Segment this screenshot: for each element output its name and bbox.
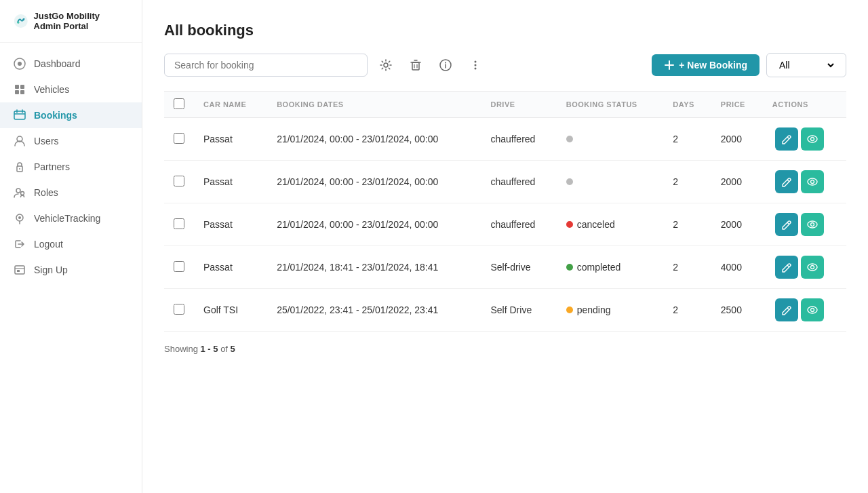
status-dot-1 [566,178,573,185]
edit-button-1[interactable] [775,170,798,193]
row-checkbox-0[interactable] [174,133,184,144]
svg-point-15 [19,168,20,170]
view-button-0[interactable] [801,127,824,151]
row-price: 2000 [711,161,763,203]
signup-icon [14,264,26,276]
settings-button[interactable] [374,54,397,77]
page-title: All bookings [164,22,846,39]
view-button-3[interactable] [801,256,824,279]
view-button-2[interactable] [801,213,824,236]
row-days: 2 [663,203,711,246]
status-label-4: pending [577,304,611,315]
vehicletracking-icon [14,212,26,224]
svg-point-1 [17,22,19,24]
sidebar-item-vehicles-label: Vehicles [34,84,69,95]
row-status: completed [557,246,664,289]
row-drive: chauffered [481,203,556,246]
settings-icon [379,58,393,72]
row-booking-dates: 25/01/2022, 23:41 - 25/01/2022, 23:41 [267,289,481,332]
logout-icon [14,238,26,250]
sidebar-item-bookings[interactable]: Bookings [0,102,142,128]
edit-button-3[interactable] [775,256,798,279]
svg-line-50 [787,308,789,310]
view-button-4[interactable] [801,298,824,321]
row-checkbox-cell [164,118,194,161]
svg-rect-25 [412,62,419,70]
sidebar-item-dashboard[interactable]: Dashboard [0,51,142,77]
svg-point-32 [445,62,446,64]
row-price: 4000 [711,246,763,289]
roles-icon [14,186,26,199]
svg-line-47 [787,265,789,267]
edit-button-2[interactable] [775,213,798,236]
svg-point-46 [810,223,814,226]
sidebar-item-roles[interactable]: Roles [0,180,142,205]
logo-icon [14,12,28,31]
view-button-1[interactable] [801,170,824,193]
col-actions: ACTIONS [763,92,846,118]
sidebar-item-signup[interactable]: Sign Up [0,257,142,283]
row-days: 2 [663,118,711,161]
edit-button-0[interactable] [775,127,798,151]
row-checkbox-1[interactable] [174,176,184,186]
pagination-of: of [220,344,230,354]
new-booking-button[interactable]: + New Booking [652,54,760,76]
col-booking-status: BOOKING STATUS [557,92,664,118]
status-label-2: canceled [577,219,615,230]
table-body: Passat 21/01/2024, 00:00 - 23/01/2024, 0… [164,118,846,332]
sidebar-item-logout[interactable]: Logout [0,231,142,257]
search-input[interactable] [164,54,368,77]
row-days: 2 [663,289,711,332]
status-label-3: completed [577,262,621,273]
sidebar-item-vehicletracking[interactable]: VehicleTracking [0,205,142,231]
info-button[interactable] [434,54,457,77]
edit-icon [781,262,791,273]
table-row: Passat 21/01/2024, 00:00 - 23/01/2024, 0… [164,161,846,203]
svg-point-51 [808,307,817,313]
row-price: 2500 [711,289,763,332]
pagination-showing: Showing [164,344,200,354]
svg-point-40 [810,138,814,141]
app-name: JustGo Mobility Admin Portal [34,11,128,31]
sidebar-item-users-label: Users [34,136,59,146]
delete-button[interactable] [404,54,427,77]
bookings-table: CAR NAME BOOKING DATES DRIVE BOOKING STA… [164,91,846,332]
col-price: PRICE [711,92,763,118]
table-row: Passat 21/01/2024, 00:00 - 23/01/2024, 0… [164,203,846,246]
svg-rect-23 [17,270,20,272]
filter-dropdown[interactable]: All Active Completed Cancelled Pending [766,53,846,77]
sidebar-item-users[interactable]: Users [0,128,142,154]
edit-icon [781,134,791,144]
bookings-icon [14,109,26,121]
select-all-checkbox[interactable] [174,98,184,109]
row-checkbox-3[interactable] [174,261,184,272]
col-checkbox [164,92,194,118]
col-drive: DRIVE [481,92,556,118]
row-booking-dates: 21/01/2024, 00:00 - 23/01/2024, 00:00 [267,118,481,161]
row-price: 2000 [711,118,763,161]
row-status [557,118,664,161]
sidebar-item-partners[interactable]: Partners [0,154,142,180]
svg-rect-7 [15,90,19,94]
svg-point-35 [475,68,477,70]
edit-button-4[interactable] [775,298,798,321]
row-car-name: Passat [194,161,267,203]
col-car-name: CAR NAME [194,92,267,118]
svg-point-0 [14,14,28,28]
filter-select[interactable]: All Active Completed Cancelled Pending [776,59,836,71]
more-options-button[interactable] [464,54,487,77]
eye-icon [807,262,818,273]
new-booking-label: + New Booking [679,60,747,71]
col-booking-dates: BOOKING DATES [267,92,481,118]
row-drive: Self-drive [481,246,556,289]
row-checkbox-2[interactable] [174,218,184,229]
row-car-name: Passat [194,118,267,161]
row-car-name: Golf TSI [194,289,267,332]
row-car-name: Passat [194,246,267,289]
status-dot-2 [566,221,573,228]
row-checkbox-4[interactable] [174,304,184,315]
row-actions [763,118,846,161]
svg-point-16 [16,189,20,193]
sidebar-item-vehicles[interactable]: Vehicles [0,77,142,102]
pagination-info: Showing 1 - 5 of 5 [164,344,846,354]
